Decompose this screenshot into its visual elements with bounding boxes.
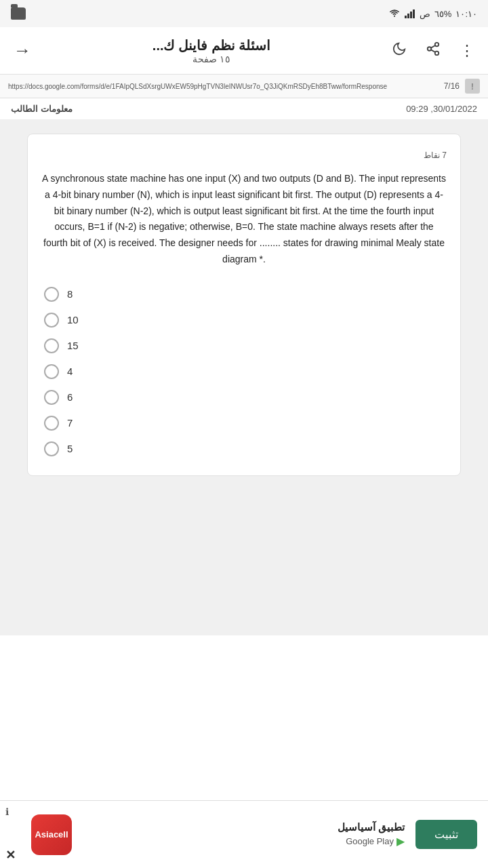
list-item: 7: [41, 410, 447, 436]
url-bar: https://docs.google.com/forms/d/e/1FAIpQ…: [0, 75, 488, 98]
main-content: 7 نقاط A synchronous state machine has o…: [0, 120, 488, 635]
moon-button[interactable]: [389, 39, 409, 63]
option-radio-15[interactable]: [44, 338, 59, 353]
svg-rect-2: [410, 12, 412, 18]
option-label-6: 6: [67, 391, 73, 403]
list-item: 10: [41, 307, 447, 333]
status-time: ١٠:١٠: [455, 9, 477, 19]
option-label-15: 15: [67, 340, 79, 351]
toolbar-subtitle: ١٥ صفحة: [34, 54, 389, 64]
wifi-icon: [388, 9, 401, 18]
svg-line-8: [431, 50, 435, 52]
option-radio-6[interactable]: [44, 390, 59, 405]
option-radio-4[interactable]: [44, 364, 59, 379]
ad-install-button[interactable]: تثبيت: [415, 820, 477, 849]
ad-info-icon[interactable]: ℹ: [5, 806, 9, 817]
play-store-label: Google Play: [346, 836, 394, 846]
form-date: 30/01/2022, 09:29: [406, 104, 477, 114]
svg-rect-1: [407, 14, 409, 18]
options-list: 8 10 15 4 6 7: [41, 281, 447, 462]
ad-banner: ℹ ✕ Asiacell تطبيق آسياسيل ▶ Google Play…: [0, 800, 488, 868]
option-label-8: 8: [67, 288, 73, 300]
option-label-10: 10: [67, 314, 79, 326]
ad-icon-label: Asiacell: [35, 829, 68, 840]
status-bar: ١٠:١٠ %٦٥ ص: [0, 0, 488, 27]
option-radio-10[interactable]: [44, 313, 59, 328]
ad-app-name: تطبيق آسياسيل: [83, 821, 405, 833]
question-points: 7 نقاط: [424, 151, 447, 160]
question-card: 7 نقاط A synchronous state machine has o…: [27, 134, 461, 476]
status-bar-right: [11, 7, 26, 20]
toolbar-actions-left: ⋮: [389, 39, 477, 63]
list-item: 4: [41, 359, 447, 384]
option-label-7: 7: [67, 417, 73, 429]
form-section: معلومات الطالب: [11, 104, 73, 114]
svg-point-5: [435, 42, 439, 46]
ad-app-icon: Asiacell: [31, 814, 72, 855]
svg-rect-0: [405, 16, 407, 18]
page-indicator: 7/16: [444, 81, 460, 91]
signal-bars-icon: [405, 9, 415, 18]
menu-button[interactable]: ⋮: [457, 39, 477, 62]
toolbar: ⋮ اسئلة نظم فاينل ك... ١٥ صفحة →: [0, 27, 488, 75]
folder-icon: [11, 7, 26, 20]
list-item: 5: [41, 436, 447, 462]
share-button[interactable]: [423, 39, 443, 63]
forward-button[interactable]: →: [11, 37, 34, 64]
list-item: 15: [41, 333, 447, 359]
form-meta-bar: 30/01/2022, 09:29 معلومات الطالب: [0, 98, 488, 120]
option-radio-8[interactable]: [44, 287, 59, 302]
svg-point-6: [428, 47, 432, 51]
toolbar-right: →: [11, 37, 34, 64]
warning-icon: !: [465, 79, 480, 94]
option-radio-7[interactable]: [44, 416, 59, 431]
ad-text-block: تطبيق آسياسيل ▶ Google Play: [83, 821, 405, 848]
toolbar-title: اسئلة نظم فاينل ك...: [34, 37, 389, 54]
svg-point-4: [394, 16, 395, 17]
svg-point-7: [435, 51, 439, 55]
status-signal: ص: [420, 9, 430, 19]
svg-line-9: [431, 45, 435, 47]
list-item: 6: [41, 384, 447, 410]
list-item: 8: [41, 281, 447, 307]
question-text: A synchronous state machine has one inpu…: [41, 171, 447, 268]
ad-close-button[interactable]: ✕: [5, 848, 16, 863]
question-header: 7 نقاط: [41, 151, 447, 160]
status-battery: %٦٥: [434, 9, 452, 19]
option-radio-5[interactable]: [44, 441, 59, 456]
option-label-5: 5: [67, 443, 73, 454]
option-label-4: 4: [67, 366, 73, 377]
toolbar-title-block: اسئلة نظم فاينل ك... ١٥ صفحة: [34, 37, 389, 64]
url-text: https://docs.google.com/forms/d/e/1FAIpQ…: [8, 83, 387, 90]
ad-play-store: ▶ Google Play: [83, 835, 405, 848]
url-bar-content: https://docs.google.com/forms/d/e/1FAIpQ…: [8, 83, 387, 90]
status-bar-left: ١٠:١٠ %٦٥ ص: [388, 9, 477, 19]
url-bar-right: 7/16 !: [444, 79, 480, 94]
play-store-icon: ▶: [396, 835, 405, 848]
svg-rect-3: [413, 9, 415, 18]
